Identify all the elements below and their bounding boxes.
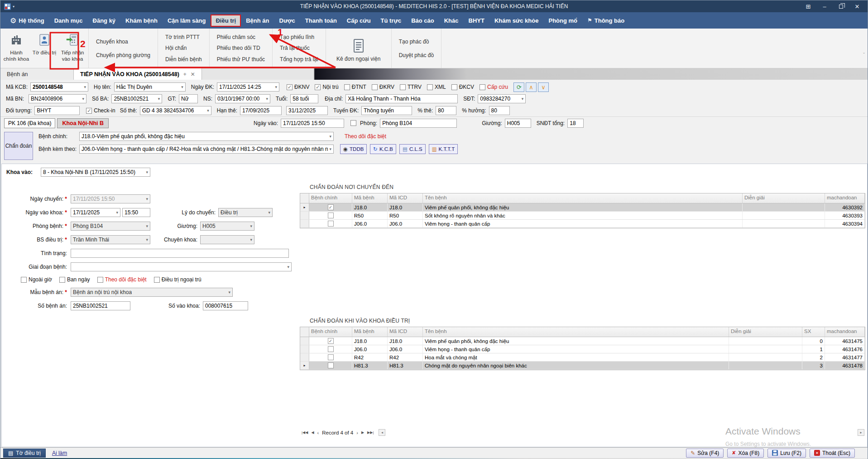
menu-item-he-thong[interactable]: ⚙ Hệ thống bbox=[5, 13, 49, 28]
menu-item-dang-ky[interactable]: Đăng ký bbox=[88, 14, 121, 27]
sdt-field[interactable]: 0983284270 bbox=[478, 94, 526, 103]
thoat-button[interactable]: ✕ Thoát (Esc) bbox=[810, 449, 855, 458]
col-dien-giai[interactable]: Diễn giải bbox=[743, 193, 825, 203]
col-ma-benh[interactable]: Mã bệnh bbox=[352, 327, 388, 337]
ai-lam-link[interactable]: Ai làm bbox=[52, 450, 67, 456]
menu-item-dieu-tri[interactable]: Điều trị bbox=[211, 14, 241, 27]
restore-button[interactable] bbox=[833, 1, 849, 11]
menu-item-bhyt[interactable]: BHYT bbox=[464, 14, 489, 27]
checkbox-xml[interactable]: XML bbox=[427, 84, 446, 90]
table-row[interactable]: J06.0 J06.0 Viêm họng - thanh quản cấp 1… bbox=[300, 345, 865, 353]
phan-tram-the-field[interactable]: 80 bbox=[436, 106, 456, 115]
so-ba-field[interactable]: 25NB1002521 bbox=[111, 94, 162, 103]
mau-benh-an-field[interactable]: Bệnh án nội trú nội khoa bbox=[71, 288, 233, 297]
ribbon-link-to-trinh-pttt[interactable]: Tờ trình PTTT bbox=[165, 34, 202, 40]
ribbon-link-dien-bien-benh[interactable]: Diễn biến bệnh bbox=[165, 56, 202, 63]
col-benh-chinh[interactable]: Bệnh chính bbox=[309, 193, 352, 203]
ma-kcb-field[interactable]: 2500148548 bbox=[30, 82, 88, 92]
checkbox-dkcv[interactable]: ĐKCV bbox=[451, 84, 474, 90]
menu-item-bao-cao[interactable]: Báo cáo bbox=[406, 14, 439, 27]
hscroll-left-button[interactable]: ◂ bbox=[379, 429, 385, 436]
doi-tuong-field[interactable]: BHYT bbox=[34, 106, 80, 115]
ribbon-link-tra-lai-thuoc[interactable]: Trả lại thuốc bbox=[280, 45, 318, 51]
sndt-tong-field[interactable]: 18 bbox=[567, 119, 584, 128]
ribbon-link-hoi-chan[interactable]: Hội chẩn bbox=[165, 45, 202, 51]
menu-item-danh-muc[interactable]: Danh mục bbox=[49, 14, 88, 27]
benh-chinh-checkbox[interactable] bbox=[328, 221, 334, 227]
tab-tiep-nhan-vao-khoa[interactable]: TIẾP NHẬN VÀO KHOA (2500148548) + ✕ bbox=[74, 68, 202, 80]
checkbox-ban-ngay[interactable]: Ban ngày bbox=[59, 276, 90, 283]
checkbox-noi-tru[interactable]: ✓Nội trú bbox=[315, 84, 338, 90]
nav-prev-button[interactable]: ‹ bbox=[317, 430, 319, 435]
close-button[interactable]: ✕ bbox=[849, 1, 865, 11]
col-machandoan[interactable]: machandoan bbox=[825, 327, 865, 337]
menu-item-khac[interactable]: Khác bbox=[439, 14, 464, 27]
benh-chinh-field[interactable]: J18.0-Viêm phế quản phổi, không đặc hiệu bbox=[79, 132, 334, 141]
checkbox-check-in[interactable]: ✓Check-in bbox=[86, 107, 115, 114]
checkbox-cap-cuu[interactable]: Cấp cứu bbox=[480, 84, 508, 90]
tddb-button[interactable]: ◉TDDB bbox=[340, 144, 367, 154]
ly-do-chuyen-field[interactable]: Điều trị bbox=[218, 208, 273, 217]
benh-chinh-checkbox[interactable] bbox=[328, 354, 334, 360]
table-row[interactable]: R50 R50 Sốt không rõ nguyên nhân và khác… bbox=[300, 212, 865, 220]
ribbon-button-hanh-chinh-khoa[interactable]: Hành chính khoa bbox=[3, 29, 29, 68]
table-row[interactable]: R42 R42 Hoa mắt và chóng mặt 2 4631477 bbox=[300, 353, 865, 362]
khoa-vao-field[interactable]: 8 - Khoa Nội-Nhi B (17/11/2025 15:50) bbox=[41, 168, 150, 177]
col-dien-giai[interactable]: Diễn giải bbox=[729, 327, 802, 337]
ribbon-link-tao-phac-do[interactable]: Tạo phác đồ bbox=[399, 39, 434, 45]
checkbox-dknv[interactable]: ✓ĐKNV bbox=[287, 84, 309, 90]
xoa-button[interactable]: ✘ Xóa (F8) bbox=[727, 449, 764, 458]
nav-next-button[interactable]: › bbox=[356, 430, 358, 435]
tuyen-dk-field[interactable]: Thông tuyến bbox=[361, 106, 412, 115]
phong-benh-field[interactable]: Phòng B104 bbox=[71, 222, 150, 231]
ribbon-collapse-icon[interactable]: ˇ bbox=[863, 52, 865, 58]
han-the-den-field[interactable]: 31/12/2025 bbox=[286, 106, 328, 115]
ngay-vao-khoa-time-field[interactable]: 15:50 bbox=[122, 208, 150, 217]
giuong-field[interactable]: H005 bbox=[505, 119, 531, 128]
menu-item-benh-an[interactable]: Bệnh án bbox=[241, 14, 274, 27]
nav-last-button[interactable]: ▶▶| bbox=[367, 430, 374, 435]
col-benh-chinh[interactable]: Bệnh chính bbox=[309, 327, 352, 337]
ribbon-link-chuyen-phong-giuong[interactable]: Chuyển phòng giường bbox=[96, 52, 150, 58]
luu-button[interactable]: Lưu (F2) bbox=[767, 449, 806, 458]
checkbox-dtnt[interactable]: ĐTNT bbox=[344, 84, 366, 90]
refresh-button[interactable]: ⟳ bbox=[513, 82, 524, 92]
menu-item-thong-bao[interactable]: ⚑ Thông báo bbox=[582, 14, 629, 27]
ngay-vao-field[interactable]: 17/11/2025 15:50 bbox=[281, 119, 344, 128]
apps-grid-icon[interactable]: ⊞ bbox=[801, 1, 816, 11]
ribbon-button-ke-don-ngoai-vien[interactable]: Kê đơn ngoại viện bbox=[334, 35, 383, 62]
app-menu-button[interactable]: ▾ bbox=[4, 3, 14, 10]
table-row[interactable]: ✓ J18.0 J18.0 Viêm phế quản phổi, không … bbox=[300, 337, 865, 345]
nav-prev-page-button[interactable]: ◀ bbox=[311, 430, 314, 435]
tab-benh-an[interactable]: Bệnh án bbox=[0, 68, 74, 80]
menu-item-can-lam-sang[interactable]: Cận lâm sàng bbox=[163, 14, 211, 27]
ribbon-link-chuyen-khoa[interactable]: Chuyển khoa bbox=[96, 39, 150, 45]
hscroll-right-button[interactable]: ▸ bbox=[858, 429, 864, 436]
sua-button[interactable]: ✎ Sửa (F4) bbox=[686, 449, 724, 458]
bs-dieu-tri-field[interactable]: Trần Minh Thái bbox=[71, 235, 150, 244]
ho-ten-field[interactable]: Hắc Thị Duyên bbox=[114, 82, 186, 92]
menu-item-kham-suc-khoe[interactable]: Khám sức khỏe bbox=[489, 14, 544, 27]
move-down-button[interactable]: ∨ bbox=[538, 82, 549, 92]
close-tab-icon[interactable]: ✕ bbox=[191, 71, 195, 77]
col-ten-benh[interactable]: Tên bệnh bbox=[423, 327, 729, 337]
benh-kem-theo-field[interactable]: J06.0-Viêm họng - thanh quản cấp / R42-H… bbox=[79, 145, 334, 154]
pin-tab-icon[interactable]: + bbox=[183, 71, 187, 77]
table-row[interactable]: ▸ ✓ J18.0 J18.0 Viêm phế quản phổi, khôn… bbox=[300, 203, 865, 212]
ribbon-link-phieu-thu-pu-thuoc[interactable]: Phiếu thử PƯ thuốc bbox=[217, 56, 265, 63]
benh-chinh-checkbox[interactable]: ✓ bbox=[328, 338, 334, 344]
ribbon-link-duyet-phac-do[interactable]: Duyệt phác đồ bbox=[399, 52, 434, 58]
so-benh-an-field[interactable]: 25NB1002521 bbox=[71, 301, 130, 310]
checkbox-ngoai-gio[interactable]: Ngoài giờ bbox=[21, 276, 52, 283]
tinh-trang-field[interactable] bbox=[71, 249, 289, 258]
table-row[interactable]: ▸ H81.3 H81.3 Chóng mặt do nguyên nhân n… bbox=[300, 362, 865, 370]
phong-checkbox[interactable] bbox=[350, 120, 356, 126]
menu-item-phong-mo[interactable]: Phòng mổ bbox=[543, 14, 582, 27]
col-ma-icd[interactable]: Mã ICD bbox=[388, 327, 423, 337]
giai-doan-benh-field[interactable] bbox=[71, 262, 292, 271]
menu-item-duoc[interactable]: Dược bbox=[274, 14, 300, 27]
gioi-tinh-field[interactable]: Nữ bbox=[179, 94, 198, 103]
ribbon-link-phieu-cham-soc[interactable]: Phiếu chăm sóc bbox=[217, 34, 265, 40]
ma-bn-field[interactable]: BN24008906 bbox=[29, 94, 86, 103]
kcb-button[interactable]: ↻K.C.B bbox=[370, 144, 396, 154]
